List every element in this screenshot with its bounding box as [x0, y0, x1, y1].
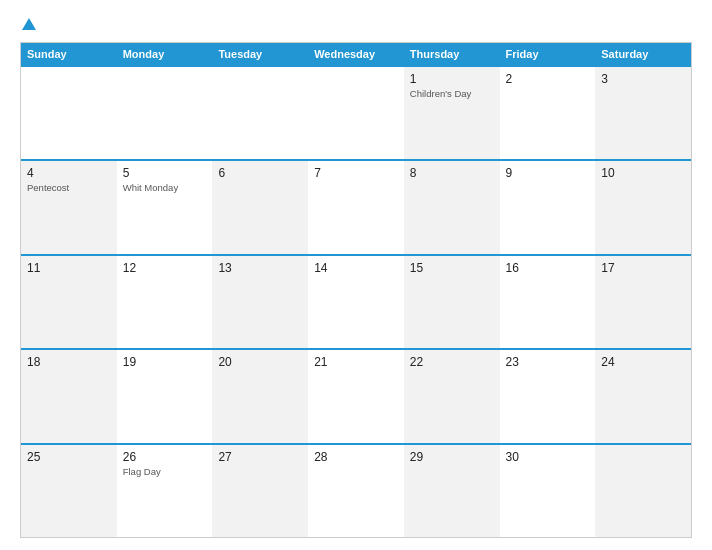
calendar-cell: 24: [595, 350, 691, 442]
day-number: 4: [27, 166, 111, 180]
calendar-cell: [308, 67, 404, 159]
calendar-cell: 6: [212, 161, 308, 253]
day-number: 23: [506, 355, 590, 369]
holiday-label: Pentecost: [27, 182, 111, 193]
calendar-week-3: 11121314151617: [21, 254, 691, 348]
day-number: 29: [410, 450, 494, 464]
calendar-cell: 20: [212, 350, 308, 442]
weekday-header-sunday: Sunday: [21, 43, 117, 65]
day-number: 11: [27, 261, 111, 275]
calendar-cell: 4Pentecost: [21, 161, 117, 253]
calendar-cell: 13: [212, 256, 308, 348]
day-number: 22: [410, 355, 494, 369]
calendar-week-1: 1Children's Day23: [21, 65, 691, 159]
day-number: 3: [601, 72, 685, 86]
calendar-cell: 7: [308, 161, 404, 253]
day-number: 7: [314, 166, 398, 180]
day-number: 2: [506, 72, 590, 86]
day-number: 21: [314, 355, 398, 369]
calendar-week-2: 4Pentecost5Whit Monday678910: [21, 159, 691, 253]
calendar-cell: 28: [308, 445, 404, 537]
day-number: 12: [123, 261, 207, 275]
calendar-cell: [595, 445, 691, 537]
calendar-cell: 15: [404, 256, 500, 348]
weekday-header-wednesday: Wednesday: [308, 43, 404, 65]
calendar-cell: 18: [21, 350, 117, 442]
calendar-cell: 27: [212, 445, 308, 537]
day-number: 9: [506, 166, 590, 180]
calendar-header: SundayMondayTuesdayWednesdayThursdayFrid…: [21, 43, 691, 65]
day-number: 8: [410, 166, 494, 180]
day-number: 25: [27, 450, 111, 464]
day-number: 6: [218, 166, 302, 180]
weekday-header-tuesday: Tuesday: [212, 43, 308, 65]
logo-triangle-icon: [22, 18, 36, 30]
calendar-cell: 25: [21, 445, 117, 537]
day-number: 16: [506, 261, 590, 275]
calendar-cell: 11: [21, 256, 117, 348]
day-number: 28: [314, 450, 398, 464]
calendar-week-4: 18192021222324: [21, 348, 691, 442]
weekday-header-monday: Monday: [117, 43, 213, 65]
page-header: [20, 18, 692, 32]
day-number: 17: [601, 261, 685, 275]
calendar-body: 1Children's Day234Pentecost5Whit Monday6…: [21, 65, 691, 537]
day-number: 30: [506, 450, 590, 464]
calendar-cell: 1Children's Day: [404, 67, 500, 159]
calendar-cell: 22: [404, 350, 500, 442]
day-number: 13: [218, 261, 302, 275]
day-number: 26: [123, 450, 207, 464]
day-number: 20: [218, 355, 302, 369]
calendar-grid: SundayMondayTuesdayWednesdayThursdayFrid…: [20, 42, 692, 538]
calendar-cell: 8: [404, 161, 500, 253]
holiday-label: Children's Day: [410, 88, 494, 99]
calendar-page: SundayMondayTuesdayWednesdayThursdayFrid…: [0, 0, 712, 550]
calendar-week-5: 2526Flag Day27282930: [21, 443, 691, 537]
calendar-cell: 5Whit Monday: [117, 161, 213, 253]
calendar-cell: 3: [595, 67, 691, 159]
calendar-cell: 16: [500, 256, 596, 348]
weekday-header-friday: Friday: [500, 43, 596, 65]
calendar-cell: 10: [595, 161, 691, 253]
day-number: 14: [314, 261, 398, 275]
day-number: 15: [410, 261, 494, 275]
calendar-cell: 9: [500, 161, 596, 253]
day-number: 19: [123, 355, 207, 369]
weekday-header-thursday: Thursday: [404, 43, 500, 65]
day-number: 24: [601, 355, 685, 369]
calendar-cell: 21: [308, 350, 404, 442]
calendar-cell: 29: [404, 445, 500, 537]
calendar-cell: [117, 67, 213, 159]
day-number: 10: [601, 166, 685, 180]
logo: [20, 18, 36, 32]
calendar-cell: [212, 67, 308, 159]
calendar-cell: 17: [595, 256, 691, 348]
day-number: 18: [27, 355, 111, 369]
holiday-label: Whit Monday: [123, 182, 207, 193]
day-number: 5: [123, 166, 207, 180]
calendar-cell: 2: [500, 67, 596, 159]
day-number: 27: [218, 450, 302, 464]
calendar-cell: [21, 67, 117, 159]
day-number: 1: [410, 72, 494, 86]
calendar-cell: 12: [117, 256, 213, 348]
holiday-label: Flag Day: [123, 466, 207, 477]
calendar-cell: 30: [500, 445, 596, 537]
calendar-cell: 26Flag Day: [117, 445, 213, 537]
calendar-cell: 23: [500, 350, 596, 442]
calendar-cell: 19: [117, 350, 213, 442]
weekday-header-saturday: Saturday: [595, 43, 691, 65]
calendar-cell: 14: [308, 256, 404, 348]
